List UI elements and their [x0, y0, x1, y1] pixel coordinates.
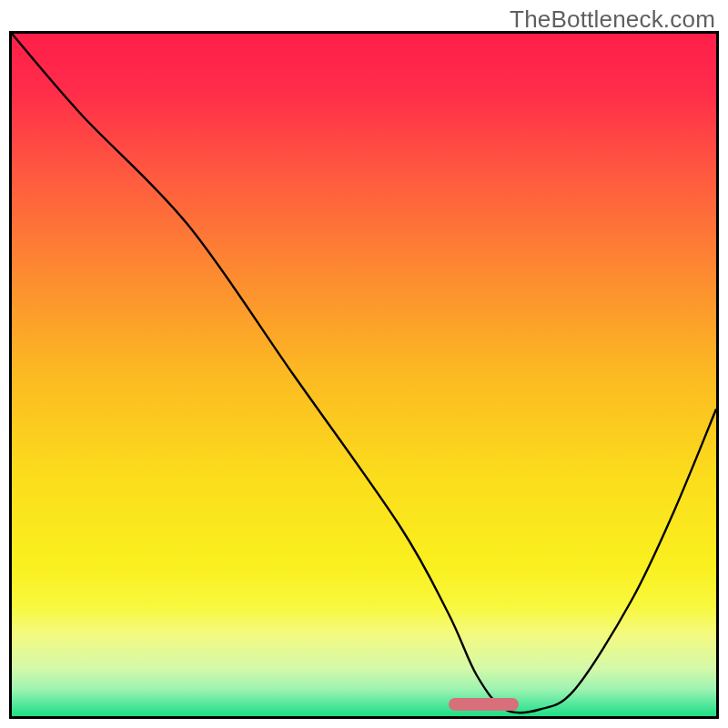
bottleneck-marker — [449, 698, 519, 711]
watermark-text: TheBottleneck.com — [510, 5, 715, 34]
chart-plot-area — [9, 31, 719, 719]
chart-frame: TheBottleneck.com — [0, 0, 728, 728]
gradient-background — [12, 34, 716, 716]
chart-svg — [12, 34, 716, 716]
